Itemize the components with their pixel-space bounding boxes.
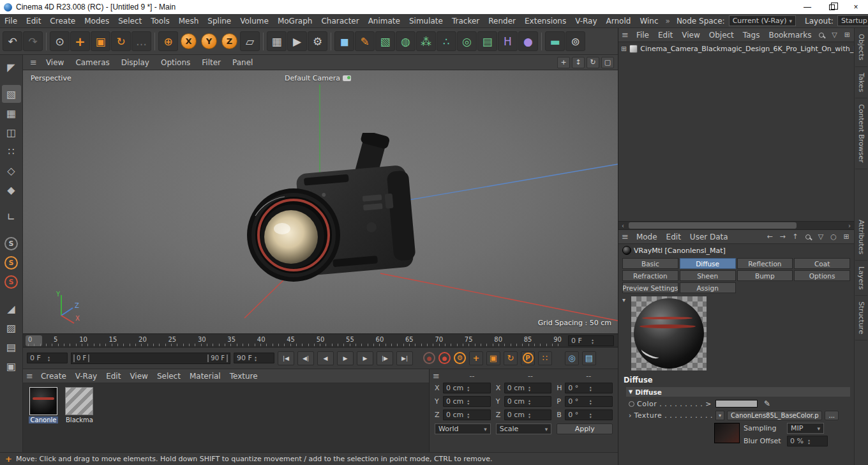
tab-takes[interactable]: Takes — [855, 67, 867, 98]
stepper-down-icon[interactable]: ▾ — [590, 402, 610, 405]
previous-frame-button[interactable]: ◀ — [317, 351, 334, 365]
viewport-menu-options[interactable]: Options — [155, 58, 196, 67]
camera-model[interactable] — [234, 133, 425, 296]
rotation-b-field[interactable]: 0 °▴▾ — [565, 409, 613, 420]
position-z-field[interactable]: 0 cm▴▾ — [443, 409, 491, 420]
menu-create[interactable]: Create — [45, 17, 80, 26]
volume-builder-icon[interactable]: ◍ — [396, 31, 415, 51]
menu-arnold[interactable]: Arnold — [602, 17, 636, 26]
paint-setup-icon[interactable]: ▨ — [2, 319, 21, 337]
stepper-down-icon[interactable]: ▾ — [590, 388, 610, 392]
stepper-down-icon[interactable]: ▾ — [467, 402, 487, 405]
environment-icon[interactable]: ▬ — [545, 31, 565, 51]
browse-button[interactable]: ... — [825, 411, 839, 420]
tab-sheen[interactable]: Sheen — [680, 270, 736, 281]
menu-modes[interactable]: Modes — [80, 17, 114, 26]
material-menu-texture[interactable]: Texture — [225, 372, 262, 381]
goto-end-button[interactable]: ▶| — [396, 351, 413, 365]
timeline-ruler[interactable]: 0 5 10 15 20 25 30 35 40 45 50 55 — [23, 333, 618, 347]
render-view-icon[interactable]: ▦ — [267, 31, 287, 51]
texture-mode-icon[interactable]: ▦ — [2, 104, 21, 122]
viewport-menu-filter[interactable]: Filter — [196, 58, 227, 67]
active-camera-label[interactable]: Default Camera — [285, 74, 351, 82]
key-pla-icon[interactable]: ∷ — [538, 351, 552, 365]
object-menu-object[interactable]: Object — [705, 31, 738, 40]
range-right-handle[interactable]: 90 F — [207, 354, 228, 362]
primitive-cube-icon[interactable]: ◼ — [334, 31, 354, 51]
texture-file-button[interactable]: CanonLens85L_BaseColor.p — [727, 411, 822, 420]
stepper-down-icon[interactable]: ▾ — [592, 341, 611, 344]
hair-icon[interactable]: H — [498, 31, 518, 51]
next-frame-button[interactable]: ▶ — [357, 351, 373, 365]
range-start-field[interactable]: 0 F ▴▾ — [27, 353, 68, 363]
tab-attributes[interactable]: Attributes — [855, 214, 867, 261]
workplane-icon[interactable]: ▱ — [240, 31, 260, 51]
stepper-down-icon[interactable]: ▾ — [528, 402, 548, 405]
tab-basic[interactable]: Basic — [622, 258, 678, 269]
scale-y-field[interactable]: 0 cm▴▾ — [504, 396, 552, 407]
sampling-select[interactable]: MIP▾ — [787, 423, 824, 434]
stepper-down-icon[interactable]: ▾ — [528, 415, 548, 418]
menu-tracker[interactable]: Tracker — [447, 17, 484, 26]
panel-menu-icon[interactable]: ≡ — [430, 371, 443, 381]
history-back-icon[interactable]: ← — [764, 232, 775, 242]
minimize-button[interactable]: — — [795, 0, 819, 14]
panel-menu-icon[interactable]: ≡ — [27, 57, 40, 67]
scale-x-field[interactable]: 0 cm▴▾ — [504, 383, 552, 393]
material-menu-select[interactable]: Select — [153, 372, 185, 381]
key-rotation-icon[interactable]: ↻ — [504, 351, 518, 365]
model-mode-icon[interactable]: ▧ — [2, 85, 21, 103]
object-row[interactable]: ⊞ Cinema_Camera_Blackmagic_Design_6K_Pro… — [618, 42, 854, 55]
material-preview[interactable] — [631, 296, 707, 370]
snap-modes-icon[interactable]: S — [2, 254, 21, 271]
tab-bump[interactable]: Bump — [737, 270, 793, 281]
maximize-button[interactable] — [819, 0, 844, 14]
layout-select[interactable]: Startup ▾ — [837, 15, 868, 26]
live-selection-icon[interactable]: ⊙ — [50, 31, 70, 51]
toggle-view-icon[interactable]: ▢ — [601, 57, 614, 68]
menu-extensions[interactable]: Extensions — [520, 17, 571, 26]
key-position-icon[interactable]: + — [469, 351, 483, 365]
position-y-field[interactable]: 0 cm▴▾ — [443, 396, 491, 407]
snap-dynamic-icon[interactable]: S — [2, 273, 21, 291]
position-x-field[interactable]: 0 cm▴▾ — [443, 383, 491, 393]
menu-mesh[interactable]: Mesh — [174, 17, 204, 26]
stepper-down-icon[interactable]: ▾ — [48, 358, 64, 362]
object-menu-tags[interactable]: Tags — [738, 31, 765, 40]
make-editable-icon[interactable]: ◤ — [2, 58, 21, 76]
object-menu-bookmarks[interactable]: Bookmarks — [764, 31, 816, 40]
animation-dot-icon[interactable] — [629, 401, 634, 407]
coordinate-system-icon[interactable]: ⊕ — [158, 31, 178, 51]
up-level-icon[interactable]: ↑ — [789, 232, 801, 242]
key-scale-icon[interactable]: ▣ — [486, 351, 500, 365]
new-panel-icon[interactable]: ⊞ — [841, 30, 853, 40]
material-thumbnail[interactable] — [29, 387, 57, 415]
menu-character[interactable]: Character — [317, 17, 363, 26]
collapse-preview-icon[interactable]: ▾ — [622, 296, 629, 370]
texture-dropdown-icon[interactable]: ▾ — [715, 411, 724, 420]
material-menu-create[interactable]: Create — [36, 372, 71, 381]
material-menu-view[interactable]: View — [125, 372, 152, 381]
record-keyframe-icon[interactable]: ● — [423, 352, 435, 364]
viewport-menu-display[interactable]: Display — [116, 58, 155, 67]
object-menu-edit[interactable]: Edit — [654, 31, 677, 40]
workplane-mode-icon[interactable]: ◫ — [2, 123, 21, 141]
zoom-view-icon[interactable]: ↕ — [572, 57, 585, 68]
material-item[interactable]: Blackma — [64, 387, 94, 423]
new-panel-icon[interactable]: ⊞ — [841, 232, 852, 242]
color-swatch[interactable] — [715, 400, 758, 408]
redo-icon[interactable]: ↷ — [23, 31, 43, 51]
stepper-down-icon[interactable]: ▾ — [590, 415, 610, 418]
previous-key-button[interactable]: ◀| — [297, 351, 314, 365]
eyedropper-icon[interactable]: ✎ — [764, 399, 770, 408]
object-menu-view[interactable]: View — [677, 31, 704, 40]
material-menu-edit[interactable]: Edit — [101, 372, 125, 381]
scroll-left-icon[interactable]: ‹ — [618, 222, 627, 229]
edge-mode-icon[interactable]: ◇ — [2, 162, 21, 179]
tab-refraction[interactable]: Refraction — [622, 270, 678, 281]
attribute-menu-edit[interactable]: Edit — [662, 232, 685, 241]
menu-overflow-icon[interactable]: » — [663, 17, 673, 26]
expand-icon[interactable]: › — [629, 411, 631, 420]
group-collapse-icon[interactable]: ▼ — [629, 389, 632, 395]
autokeying-icon[interactable]: ● — [438, 352, 451, 364]
